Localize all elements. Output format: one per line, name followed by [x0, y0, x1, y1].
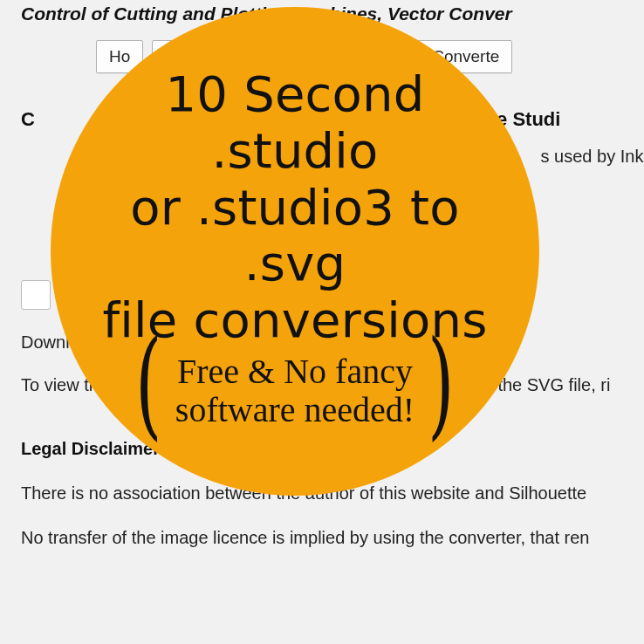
disclaimer-line-2: No transfer of the image licence is impl… — [21, 528, 627, 548]
heading-left: C — [21, 108, 35, 130]
overlay-sub-line-2: software needed! — [175, 390, 414, 429]
subline-right: s used by Ink — [541, 147, 644, 166]
overlay-subline-wrap: ( Free & No fancy software needed! ) — [126, 353, 464, 429]
choose-file-button[interactable] — [21, 280, 51, 310]
right-paren-icon: ) — [428, 352, 455, 416]
overlay-line-2: or .studio3 to .svg — [130, 179, 459, 292]
overlay-subtext: Free & No fancy software needed! — [174, 353, 416, 429]
overlay-line-1: 10 Second .studio — [166, 65, 425, 179]
overlay-sub-line-1: Free & No fancy — [177, 352, 413, 391]
overlay-circle: 10 Second .studio or .studio3 to .svg fi… — [51, 7, 539, 496]
left-paren-icon: ( — [135, 352, 162, 416]
overlay-headline: 10 Second .studio or .studio3 to .svg fi… — [82, 66, 508, 350]
